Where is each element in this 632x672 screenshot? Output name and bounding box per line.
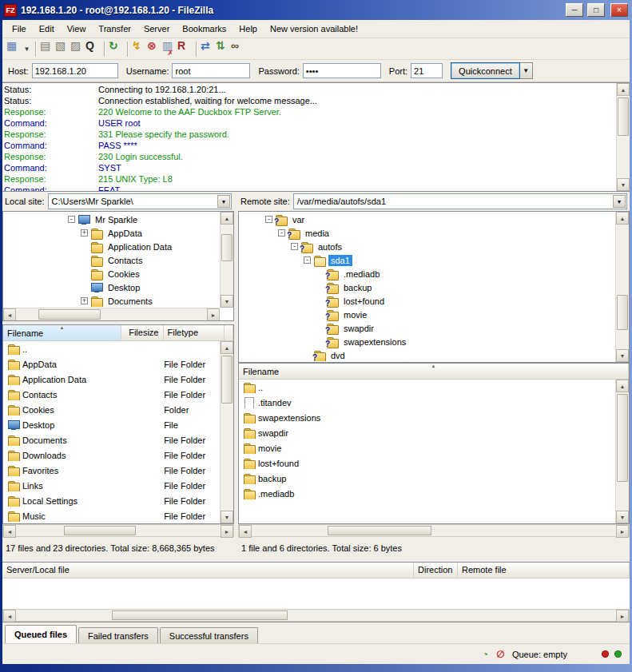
scrollbar-thumb[interactable] bbox=[64, 526, 136, 535]
scroll-right-icon[interactable]: ► bbox=[616, 610, 629, 622]
tree-item[interactable]: Application Data bbox=[4, 240, 219, 253]
refresh-icon[interactable]: ↻ bbox=[109, 40, 121, 58]
remote-list-vertical-scrollbar[interactable]: ▲ ▼ bbox=[615, 380, 629, 523]
scrollbar-track[interactable] bbox=[221, 354, 233, 511]
file-row[interactable]: Links File Folder bbox=[3, 478, 220, 493]
scrollbar-thumb[interactable] bbox=[618, 97, 629, 136]
host-input[interactable] bbox=[32, 63, 118, 78]
menu-item[interactable]: Help bbox=[233, 22, 264, 36]
file-row[interactable]: .titandev bbox=[239, 395, 615, 410]
username-input[interactable] bbox=[172, 63, 250, 78]
remote-tree-vertical-scrollbar[interactable]: ▲ ▼ bbox=[615, 212, 629, 362]
scrollbar-thumb[interactable] bbox=[38, 309, 101, 320]
tree-item[interactable]: Cookies bbox=[4, 267, 219, 280]
scroll-right-icon[interactable]: ► bbox=[616, 525, 629, 538]
column-header-filetype[interactable]: Filetype bbox=[164, 325, 225, 340]
scrollbar-track[interactable] bbox=[16, 525, 221, 536]
menu-item[interactable]: New version available! bbox=[264, 22, 364, 36]
compare-icon[interactable]: ⇄ bbox=[201, 40, 213, 58]
queue-column-header[interactable]: Direction bbox=[414, 563, 458, 578]
scroll-down-icon[interactable]: ▼ bbox=[616, 349, 629, 362]
toggle-local-tree-icon[interactable]: ▧ bbox=[55, 40, 68, 58]
reconnect-icon[interactable]: R bbox=[177, 40, 190, 58]
process-queue-icon[interactable]: ↯ bbox=[132, 40, 145, 58]
tree-item[interactable]: ? lost+found bbox=[240, 294, 614, 308]
tree-item[interactable]: - Mr Sparkle bbox=[4, 213, 219, 226]
file-row[interactable]: Desktop File bbox=[3, 417, 220, 432]
scroll-up-icon[interactable]: ▲ bbox=[616, 212, 629, 225]
file-row[interactable]: Music File Folder bbox=[3, 508, 220, 523]
scroll-right-icon[interactable]: ► bbox=[221, 525, 233, 538]
tree-item[interactable]: - ? var bbox=[240, 213, 614, 226]
tree-item[interactable]: ? swapextensions bbox=[240, 335, 614, 348]
menu-item[interactable]: View bbox=[61, 22, 93, 36]
scrollbar-thumb[interactable] bbox=[112, 610, 288, 620]
disconnect-icon[interactable]: ▥ ✗ bbox=[162, 40, 175, 58]
toggle-queue-icon[interactable]: Q bbox=[85, 40, 98, 58]
tree-expand-icon[interactable]: - bbox=[304, 256, 311, 264]
scroll-down-icon[interactable]: ▼ bbox=[221, 295, 233, 308]
encryption-icon[interactable]: ∅ bbox=[495, 648, 507, 660]
tree-item[interactable]: Contacts bbox=[4, 253, 219, 267]
log-vertical-scrollbar[interactable]: ▲ ▼ bbox=[616, 83, 630, 191]
password-input[interactable] bbox=[303, 63, 381, 78]
scroll-left-icon[interactable]: ◄ bbox=[3, 525, 16, 538]
quickconnect-dropdown-icon[interactable]: ▼ bbox=[520, 62, 533, 79]
scroll-left-icon[interactable]: ◄ bbox=[239, 525, 252, 538]
port-input[interactable] bbox=[411, 63, 443, 78]
queue-horizontal-scrollbar[interactable]: ◄ ► bbox=[2, 609, 630, 622]
tree-item[interactable]: ? backup bbox=[240, 280, 614, 294]
queue-column-header[interactable]: Remote file bbox=[458, 563, 630, 578]
scrollbar-thumb[interactable] bbox=[617, 394, 628, 482]
menu-item[interactable]: File bbox=[6, 22, 33, 36]
tree-item[interactable]: ? .mediadb bbox=[240, 267, 614, 280]
file-row[interactable]: Cookies Folder bbox=[3, 402, 220, 417]
toggle-log-icon[interactable]: ▤ bbox=[40, 40, 53, 58]
file-row[interactable]: Local Settings File Folder bbox=[3, 493, 220, 508]
tree-item[interactable]: - sda1 bbox=[240, 253, 614, 267]
close-button[interactable]: × bbox=[610, 3, 628, 17]
site-manager-dropdown-icon[interactable]: ▾ bbox=[22, 40, 32, 58]
scroll-right-icon[interactable]: ► bbox=[207, 308, 220, 321]
find-icon[interactable]: ∞ bbox=[231, 40, 244, 58]
file-row[interactable]: .. bbox=[3, 341, 220, 356]
column-header-filename[interactable]: Filename ▲ bbox=[239, 364, 629, 379]
scrollbar-thumb[interactable] bbox=[221, 356, 233, 404]
cancel-icon[interactable]: ⊗ bbox=[147, 40, 160, 58]
column-header-filename[interactable]: Filename ▲ bbox=[3, 325, 121, 340]
scroll-up-icon[interactable]: ▲ bbox=[616, 380, 629, 392]
local-tree-horizontal-scrollbar[interactable]: ◄ ► bbox=[3, 308, 220, 320]
maximize-button[interactable]: □ bbox=[587, 3, 605, 17]
menu-item[interactable]: Edit bbox=[33, 22, 61, 36]
remote-site-combo[interactable]: /var/media/autofs/sda1 ▼ bbox=[293, 193, 627, 209]
tree-expand-icon[interactable]: + bbox=[81, 297, 88, 304]
file-row[interactable]: lost+found bbox=[239, 455, 615, 471]
local-list-vertical-scrollbar[interactable]: ▲ ▼ bbox=[220, 341, 233, 523]
queue-tab[interactable]: Queued files bbox=[5, 625, 77, 643]
file-row[interactable]: .mediadb bbox=[239, 486, 615, 501]
file-row[interactable]: .. bbox=[239, 380, 615, 395]
file-row[interactable]: Contacts File Folder bbox=[3, 387, 220, 402]
scroll-left-icon[interactable]: ◄ bbox=[3, 610, 16, 622]
file-row[interactable]: backup bbox=[239, 471, 615, 486]
scroll-down-icon[interactable]: ▼ bbox=[616, 511, 629, 523]
combo-dropdown-icon[interactable]: ▼ bbox=[613, 195, 626, 208]
scrollbar-track[interactable] bbox=[616, 225, 629, 349]
scroll-up-icon[interactable]: ▲ bbox=[221, 341, 233, 354]
titlebar[interactable]: FZ 192.168.1.20 - root@192.168.1.20 - Fi… bbox=[0, 0, 632, 20]
menu-item[interactable]: Server bbox=[137, 22, 176, 36]
file-row[interactable]: Application Data File Folder bbox=[3, 372, 220, 387]
menu-item[interactable]: Bookmarks bbox=[176, 22, 233, 36]
scrollbar-track[interactable] bbox=[616, 392, 629, 511]
file-row[interactable]: swapdir bbox=[239, 425, 615, 440]
combo-dropdown-icon[interactable]: ▼ bbox=[217, 195, 230, 208]
tree-expand-icon[interactable]: - bbox=[278, 229, 285, 237]
tree-expand-icon[interactable]: + bbox=[81, 229, 88, 237]
speed-limit-icon[interactable]: ◔ bbox=[479, 648, 491, 660]
tree-expand-icon[interactable]: - bbox=[265, 216, 272, 223]
file-row[interactable]: Documents File Folder bbox=[3, 432, 220, 447]
menu-item[interactable]: Transfer bbox=[92, 22, 137, 36]
scrollbar-track[interactable] bbox=[16, 308, 207, 320]
tree-item[interactable]: + Documents bbox=[4, 294, 219, 307]
tree-item[interactable]: ? swapdir bbox=[240, 321, 614, 335]
